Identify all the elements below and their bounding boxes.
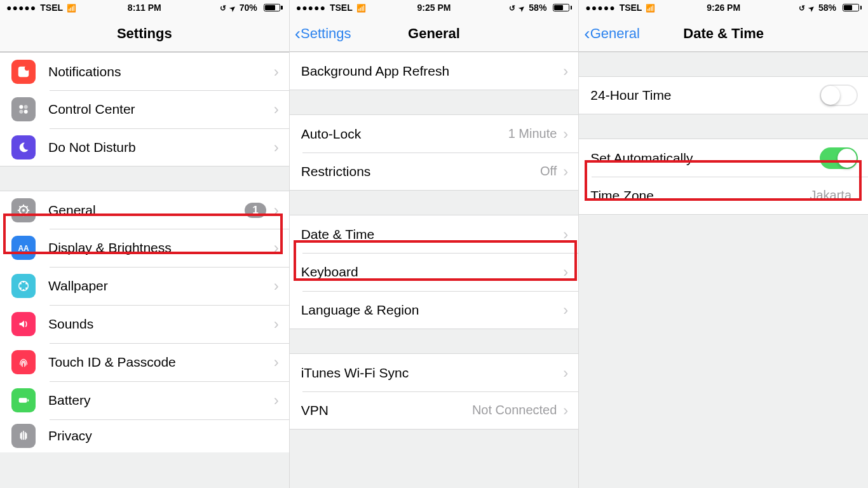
- row-label: Privacy: [48, 428, 279, 444]
- battery-icon: [261, 4, 283, 11]
- row-detail: Jakarta: [810, 188, 851, 203]
- touchid-icon: [11, 350, 36, 374]
- chevron-right-icon: ›: [274, 102, 279, 117]
- row-label: VPN: [301, 403, 472, 418]
- battery-percent: 70%: [240, 3, 257, 13]
- toggle-set-automatically[interactable]: [820, 147, 858, 169]
- svg-point-18: [23, 281, 25, 283]
- row-label: Notifications: [48, 64, 274, 79]
- row-set-automatically[interactable]: Set Automatically: [579, 139, 868, 177]
- chevron-right-icon: ›: [563, 264, 568, 280]
- status-bar: ●●●●● TSEL 9:26 PM 58%: [579, 0, 868, 15]
- row-label: Wallpaper: [48, 278, 274, 294]
- back-label: Settings: [301, 25, 351, 42]
- svg-point-7: [22, 208, 25, 211]
- row-detail: 1 Minute: [508, 126, 557, 141]
- row-label: 24-Hour Time: [590, 88, 820, 103]
- chevron-right-icon: ›: [563, 365, 568, 381]
- wifi-icon: [356, 3, 366, 13]
- nav-bar: ‹ Settings General: [290, 15, 579, 52]
- svg-point-21: [23, 289, 25, 291]
- row-do-not-disturb[interactable]: Do Not Disturb ›: [0, 128, 289, 166]
- chevron-right-icon: ›: [563, 302, 568, 318]
- back-button[interactable]: ‹ General: [584, 25, 640, 43]
- status-bar: ●●●●● TSEL 8:11 PM 70%: [0, 0, 289, 15]
- svg-line-13: [27, 213, 28, 214]
- page-title: General: [408, 25, 460, 42]
- row-restrictions[interactable]: Restrictions Off ›: [290, 152, 579, 191]
- chevron-right-icon: ›: [563, 164, 568, 179]
- row-label: iTunes Wi-Fi Sync: [301, 365, 564, 381]
- svg-point-3: [24, 105, 28, 109]
- chevron-right-icon: ›: [563, 403, 568, 418]
- wifi-icon: [67, 3, 76, 13]
- toggle-24-hour[interactable]: [820, 85, 858, 106]
- row-keyboard[interactable]: Keyboard ›: [290, 253, 579, 291]
- row-label: Keyboard: [301, 264, 564, 280]
- row-label: Control Center: [48, 102, 274, 117]
- row-label: Sounds: [48, 316, 274, 332]
- chevron-left-icon: ‹: [295, 25, 301, 43]
- row-wallpaper[interactable]: Wallpaper ›: [0, 267, 289, 305]
- battery-icon: [840, 4, 862, 11]
- svg-line-15: [20, 213, 21, 214]
- general-icon: [11, 198, 36, 222]
- notifications-icon: [11, 60, 36, 84]
- row-battery[interactable]: Battery ›: [0, 381, 289, 419]
- row-label: Time Zone: [590, 188, 810, 203]
- row-label: Battery: [48, 393, 274, 408]
- row-notifications[interactable]: Notifications ›: [0, 52, 289, 90]
- row-label: Restrictions: [301, 164, 540, 179]
- row-background-app-refresh[interactable]: Background App Refresh ›: [290, 52, 579, 90]
- location-arrow-icon: [230, 3, 236, 13]
- row-detail: Not Connected: [472, 403, 557, 417]
- chevron-right-icon: ›: [274, 278, 279, 294]
- location-arrow-icon: [809, 3, 815, 13]
- location-arrow-icon: [519, 3, 525, 13]
- carrier-label: TSEL: [330, 3, 353, 13]
- svg-point-19: [25, 283, 27, 285]
- svg-line-14: [27, 206, 28, 207]
- row-general[interactable]: General 1 ›: [0, 191, 289, 229]
- row-time-zone[interactable]: Time Zone Jakarta: [579, 177, 868, 215]
- chevron-right-icon: ›: [274, 240, 279, 255]
- svg-rect-25: [27, 399, 29, 402]
- row-auto-lock[interactable]: Auto-Lock 1 Minute ›: [290, 114, 579, 152]
- row-display-brightness[interactable]: AA Display & Brightness ›: [0, 229, 289, 267]
- row-vpn[interactable]: VPN Not Connected ›: [290, 391, 579, 430]
- chevron-right-icon: ›: [274, 140, 279, 155]
- signal-dots-icon: ●●●●●: [296, 3, 326, 13]
- row-24-hour-time[interactable]: 24-Hour Time: [579, 76, 868, 114]
- svg-point-2: [19, 105, 23, 109]
- row-control-center[interactable]: Control Center ›: [0, 90, 289, 128]
- wallpaper-icon: [11, 274, 36, 298]
- svg-point-5: [24, 110, 28, 114]
- pane-settings: ●●●●● TSEL 8:11 PM 70% Settings Notifica…: [0, 0, 289, 488]
- row-itunes-wifi-sync[interactable]: iTunes Wi-Fi Sync ›: [290, 353, 579, 391]
- row-label: Set Automatically: [590, 151, 820, 166]
- orientation-lock-icon: [799, 3, 805, 13]
- chevron-right-icon: ›: [563, 227, 568, 242]
- display-icon: AA: [11, 236, 36, 260]
- chevron-left-icon: ‹: [584, 25, 590, 43]
- nav-bar: Settings: [0, 15, 289, 52]
- chevron-right-icon: ›: [274, 393, 279, 408]
- row-privacy[interactable]: Privacy: [0, 419, 289, 452]
- pane-general: ●●●●● TSEL 9:25 PM 58% ‹ Settings Genera…: [289, 0, 579, 488]
- row-language-region[interactable]: Language & Region ›: [290, 291, 579, 329]
- row-label: Background App Refresh: [301, 64, 564, 79]
- do-not-disturb-icon: [11, 135, 36, 159]
- svg-point-1: [25, 65, 29, 70]
- back-button[interactable]: ‹ Settings: [295, 25, 351, 43]
- nav-bar: ‹ General Date & Time: [579, 15, 868, 52]
- privacy-icon: [11, 424, 36, 448]
- back-label: General: [590, 25, 640, 42]
- page-title: Date & Time: [683, 25, 764, 42]
- row-touch-id[interactable]: Touch ID & Passcode ›: [0, 343, 289, 381]
- svg-point-20: [25, 287, 27, 289]
- battery-percent: 58%: [818, 3, 836, 13]
- row-date-time[interactable]: Date & Time ›: [290, 215, 579, 253]
- chevron-right-icon: ›: [274, 355, 279, 370]
- row-label: Date & Time: [301, 227, 564, 242]
- row-sounds[interactable]: Sounds ›: [0, 305, 289, 343]
